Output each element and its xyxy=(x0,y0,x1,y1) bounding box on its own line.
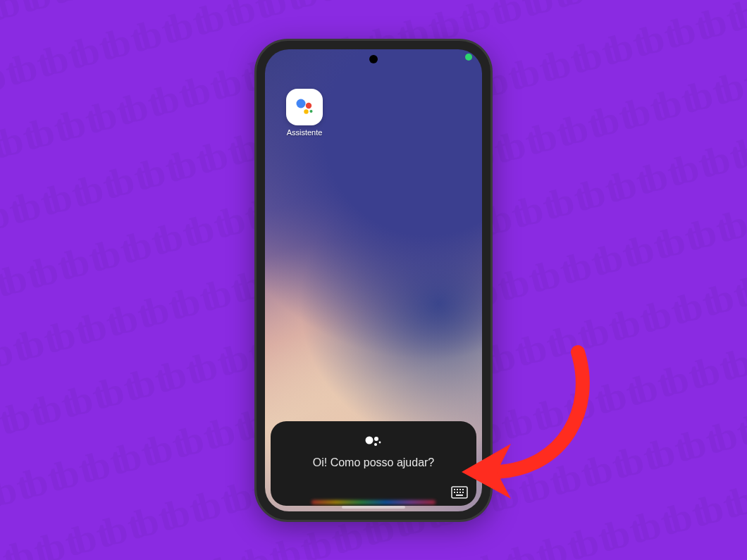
home-indicator[interactable] xyxy=(342,506,405,509)
assistant-logo-icon xyxy=(280,434,467,448)
svg-point-5 xyxy=(374,437,378,441)
svg-rect-12 xyxy=(462,489,464,490)
svg-rect-10 xyxy=(457,489,458,490)
svg-point-0 xyxy=(297,99,306,108)
assistant-icon xyxy=(286,89,323,125)
app-label: Assistente xyxy=(282,128,327,137)
microphone-active-icon xyxy=(465,54,472,61)
phone-frame: Assistente Oi! Como posso ajudar? xyxy=(257,41,490,520)
tutorial-image: tbtbtbtbtbtbtbtbtbtbtbtbtbtbtbtbtbtbtbtb… xyxy=(0,0,747,560)
front-camera xyxy=(369,55,378,63)
svg-rect-9 xyxy=(454,489,455,490)
keyboard-input-button[interactable] xyxy=(451,486,468,499)
svg-point-1 xyxy=(306,102,311,108)
svg-rect-17 xyxy=(456,494,463,496)
svg-rect-14 xyxy=(457,492,458,493)
svg-rect-13 xyxy=(454,492,455,493)
svg-rect-16 xyxy=(462,492,464,493)
svg-point-3 xyxy=(310,110,313,113)
svg-rect-15 xyxy=(459,492,461,493)
svg-point-4 xyxy=(366,436,374,444)
assistant-greeting-text: Oi! Como posso ajudar? xyxy=(280,456,467,469)
svg-rect-11 xyxy=(459,489,461,490)
svg-point-6 xyxy=(374,443,377,446)
svg-point-7 xyxy=(379,441,381,443)
assistant-glow xyxy=(311,500,435,504)
svg-point-2 xyxy=(304,109,308,113)
assistant-prompt-card[interactable]: Oi! Como posso ajudar? xyxy=(271,421,476,506)
assistant-app-shortcut[interactable]: Assistente xyxy=(282,89,327,137)
phone-screen: Assistente Oi! Como posso ajudar? xyxy=(265,49,482,511)
